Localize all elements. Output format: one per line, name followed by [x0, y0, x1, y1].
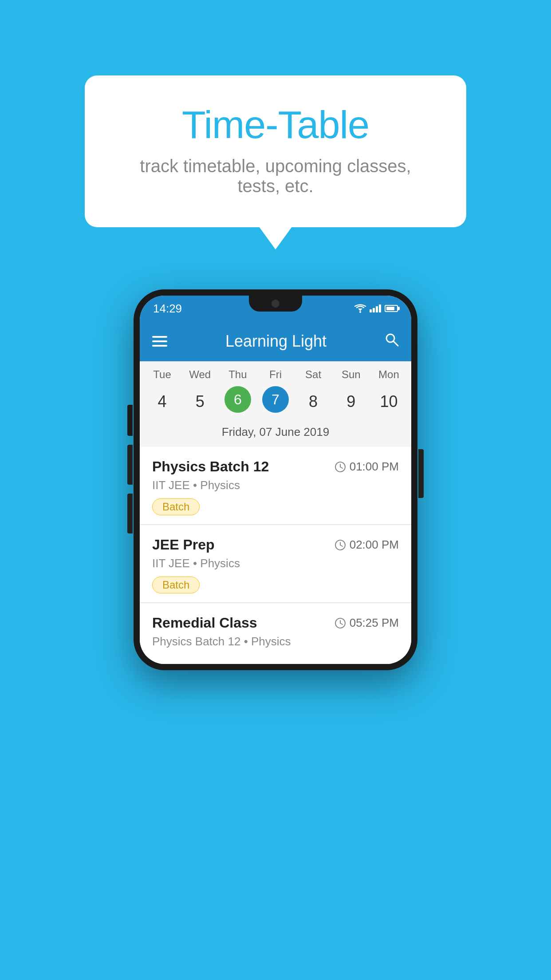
- status-time: 14:29: [153, 302, 182, 316]
- vol-up-button[interactable]: [127, 445, 133, 485]
- cal-date-3-selected[interactable]: 7: [262, 386, 289, 413]
- schedule-item-0-sub: IIT JEE • Physics: [152, 478, 399, 492]
- phone-outer: 14:29: [134, 289, 417, 670]
- svg-rect-2: [152, 336, 167, 338]
- schedule-item-0-title: Physics Batch 12: [152, 458, 269, 475]
- schedule-item-2: Remedial Class 05:25 PM Physics Batch 12…: [140, 603, 411, 664]
- speech-bubble-title: Time-Table: [120, 102, 431, 147]
- calendar-date-row: 4 5 6 7 8 9 10: [140, 384, 411, 423]
- svg-line-6: [394, 341, 398, 346]
- cal-day-4: Sat: [295, 368, 332, 381]
- cal-day-1: Wed: [181, 368, 219, 381]
- schedule-item-2-title: Remedial Class: [152, 615, 257, 631]
- cal-date-4[interactable]: 8: [295, 386, 332, 417]
- menu-icon[interactable]: [152, 334, 167, 349]
- cal-date-0[interactable]: 4: [143, 386, 181, 417]
- svg-rect-3: [152, 340, 167, 342]
- svg-line-15: [340, 623, 342, 624]
- phone-container: 14:29: [134, 289, 417, 670]
- cal-date-2-today[interactable]: 6: [224, 386, 251, 413]
- speech-bubble-subtitle: track timetable, upcoming classes, tests…: [120, 156, 431, 196]
- schedule-item-1-sub: IIT JEE • Physics: [152, 557, 399, 570]
- schedule-list: Physics Batch 12 01:00 PM IIT JEE • Phys…: [140, 447, 411, 664]
- status-bar: 14:29: [140, 296, 411, 321]
- cal-date-1[interactable]: 5: [181, 386, 219, 417]
- phone-screen: 14:29: [140, 296, 411, 664]
- calendar-day-names: Tue Wed Thu Fri Sat Sun Mon: [140, 361, 411, 384]
- schedule-item-1-title: JEE Prep: [152, 537, 215, 553]
- schedule-item-1-time: 02:00 PM: [335, 538, 399, 552]
- cal-day-6: Mon: [370, 368, 408, 381]
- svg-line-9: [340, 467, 342, 468]
- schedule-item-0-badge: Batch: [152, 498, 200, 515]
- vol-down-button[interactable]: [127, 494, 133, 533]
- schedule-item-2-header: Remedial Class 05:25 PM: [152, 615, 399, 631]
- signal-icon: [370, 304, 381, 312]
- schedule-item-0: Physics Batch 12 01:00 PM IIT JEE • Phys…: [140, 447, 411, 525]
- cal-date-5[interactable]: 9: [332, 386, 370, 417]
- cal-date-6[interactable]: 10: [370, 386, 408, 417]
- svg-rect-4: [152, 345, 167, 347]
- schedule-item-0-header: Physics Batch 12 01:00 PM: [152, 458, 399, 475]
- cal-day-2: Thu: [219, 368, 256, 381]
- power-button[interactable]: [418, 449, 424, 498]
- schedule-item-1-badge: Batch: [152, 577, 200, 593]
- svg-line-12: [340, 545, 342, 546]
- wifi-icon: [354, 304, 366, 313]
- phone-notch: [249, 296, 302, 312]
- search-icon[interactable]: [385, 332, 399, 350]
- schedule-item-2-time: 05:25 PM: [335, 616, 399, 630]
- svg-point-1: [359, 311, 361, 313]
- schedule-item-1: JEE Prep 02:00 PM IIT JEE • Physics Batc…: [140, 525, 411, 603]
- schedule-item-0-time: 01:00 PM: [335, 460, 399, 474]
- schedule-item-2-sub: Physics Batch 12 • Physics: [152, 635, 399, 648]
- cal-day-5: Sun: [332, 368, 370, 381]
- selected-date-label: Friday, 07 June 2019: [140, 423, 411, 447]
- battery-icon: [385, 305, 398, 312]
- cal-day-3: Fri: [256, 368, 294, 381]
- svg-marker-0: [358, 308, 362, 311]
- app-bar: Learning Light: [140, 321, 411, 361]
- app-bar-title: Learning Light: [225, 332, 327, 351]
- camera-dot: [272, 300, 279, 308]
- cal-day-0: Tue: [143, 368, 181, 381]
- status-icons: [354, 304, 398, 313]
- speech-bubble: Time-Table track timetable, upcoming cla…: [85, 75, 466, 227]
- schedule-item-1-header: JEE Prep 02:00 PM: [152, 537, 399, 553]
